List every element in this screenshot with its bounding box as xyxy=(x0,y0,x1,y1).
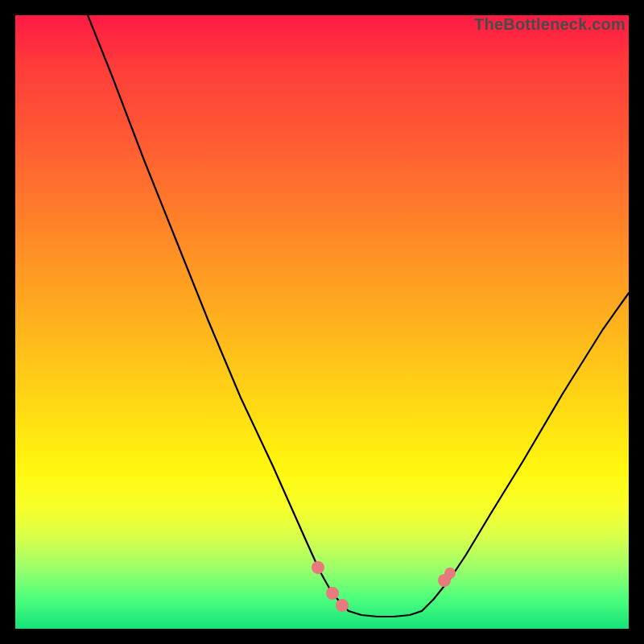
chart-frame: TheBottleneck.com xyxy=(0,0,644,644)
data-point-marker xyxy=(326,587,339,600)
data-point-marker xyxy=(444,568,456,579)
data-markers xyxy=(312,561,456,613)
chart-svg xyxy=(15,15,629,629)
plot-area: TheBottleneck.com xyxy=(15,15,629,629)
data-point-marker xyxy=(336,599,349,612)
bottleneck-curve xyxy=(88,15,629,617)
data-point-marker xyxy=(312,561,324,574)
